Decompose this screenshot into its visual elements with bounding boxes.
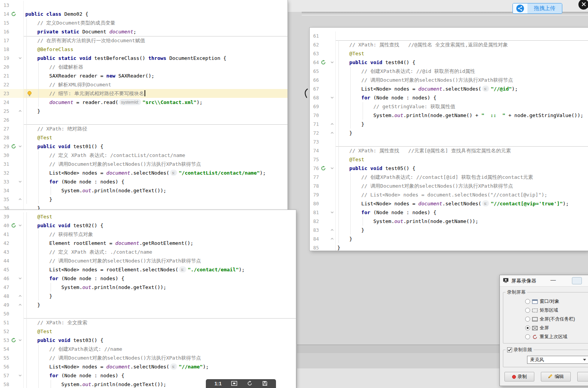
gutter[interactable]: 18 bbox=[0, 45, 24, 54]
code-text[interactable]: // 创建XPath表达式: //contact[@id] 获取包含id属性的c… bbox=[336, 173, 588, 182]
code-text[interactable]: List<Node> nodes = document.selectNodes(… bbox=[336, 84, 588, 93]
code-text[interactable]: List<Node> nodes = document.selectNodes(… bbox=[336, 199, 588, 208]
gutter[interactable]: 67 bbox=[310, 84, 336, 93]
code-text[interactable]: // XPath: 属性查找 //元素[@属性名] 查找具有指定属性名的元素 bbox=[336, 146, 588, 155]
gutter[interactable]: 33 bbox=[0, 177, 24, 186]
fold-marker-icon[interactable] bbox=[330, 211, 334, 214]
gutter[interactable]: 43 bbox=[0, 248, 24, 256]
gutter[interactable]: 81 bbox=[310, 208, 336, 217]
gutter[interactable]: 28 bbox=[0, 133, 24, 142]
code-text[interactable]: // 解析XML得到Document bbox=[24, 80, 287, 89]
fold-marker-icon[interactable] bbox=[18, 145, 22, 148]
gutter[interactable]: 64 bbox=[310, 58, 336, 67]
fold-marker-icon[interactable] bbox=[330, 96, 334, 99]
fold-marker-icon[interactable] bbox=[18, 56, 22, 60]
run-test-icon[interactable] bbox=[11, 223, 17, 228]
radio-fullscreen[interactable]: 全屏 bbox=[503, 324, 588, 332]
gutter[interactable]: 13 bbox=[0, 1, 24, 10]
gutter[interactable]: 20 bbox=[0, 63, 24, 71]
code-text[interactable]: @Test bbox=[336, 49, 588, 58]
code-text[interactable]: // 调用Document对象的selectNodes()方法执行XPath获得… bbox=[336, 76, 588, 84]
gutter[interactable]: 73 bbox=[310, 137, 336, 146]
gutter[interactable]: 66 bbox=[310, 76, 336, 84]
gutter[interactable]: 55 bbox=[0, 353, 24, 362]
fold-marker-icon[interactable] bbox=[18, 303, 22, 307]
code-text[interactable]: } bbox=[336, 120, 588, 129]
gutter[interactable]: 32 bbox=[0, 168, 24, 177]
fold-marker-icon[interactable] bbox=[18, 338, 22, 342]
gutter[interactable]: 74 bbox=[310, 146, 336, 155]
gutter[interactable]: 23 bbox=[0, 89, 24, 98]
save-icon[interactable] bbox=[262, 381, 268, 386]
maximize-button[interactable] bbox=[572, 277, 582, 284]
gutter[interactable]: 48 bbox=[0, 292, 24, 300]
fold-marker-icon[interactable] bbox=[330, 131, 334, 135]
gutter[interactable]: 26 bbox=[0, 116, 24, 124]
gutter[interactable]: 79 bbox=[310, 190, 336, 199]
code-text[interactable]: System.out.println(node.getName() + " ::… bbox=[336, 111, 588, 120]
fold-marker-icon[interactable] bbox=[330, 61, 334, 64]
gutter[interactable]: 82 bbox=[310, 217, 336, 226]
code-text[interactable]: @Test bbox=[24, 212, 296, 221]
code-text[interactable]: @BeforeClass bbox=[24, 45, 287, 54]
gutter[interactable]: 52 bbox=[0, 327, 24, 336]
gutter[interactable]: 34 bbox=[0, 186, 24, 195]
code-text[interactable]: } bbox=[24, 300, 296, 309]
code-text[interactable] bbox=[24, 1, 287, 10]
code-text[interactable]: // 调用Document对象的selectNodes()方法执行XPath获得… bbox=[24, 353, 296, 362]
gutter[interactable]: 56 bbox=[0, 362, 24, 371]
zoom-ratio-button[interactable]: 1:1 bbox=[214, 381, 222, 387]
code-text[interactable]: // 调用Document对象的selectNodes()方法执行XPath获得… bbox=[24, 256, 296, 265]
code-text[interactable]: } bbox=[336, 226, 588, 234]
fold-marker-icon[interactable] bbox=[330, 167, 334, 170]
fold-marker-icon[interactable] bbox=[18, 277, 22, 280]
gutter[interactable]: 68 bbox=[310, 93, 336, 102]
minimize-button[interactable]: — bbox=[549, 277, 557, 284]
gutter[interactable]: 41 bbox=[0, 230, 24, 239]
code-text[interactable]: // 调用Document对象的selectNodes()方法执行XPath获得… bbox=[336, 182, 588, 190]
close-button[interactable] bbox=[578, 0, 588, 10]
code-text[interactable]: for (Node node : nodes) { bbox=[24, 177, 287, 186]
gutter[interactable]: 63 bbox=[310, 49, 336, 58]
code-text[interactable]: // 在所有测试方法前执行一次给document赋值 bbox=[24, 36, 287, 45]
code-text[interactable]: // 创建XPath表达式: //@id 获取所有的id属性 bbox=[336, 67, 588, 76]
gutter[interactable]: 36 bbox=[0, 204, 24, 210]
fold-marker-icon[interactable] bbox=[18, 198, 22, 201]
gutter[interactable]: 83 bbox=[310, 226, 336, 234]
code-text[interactable]: // 调用Document对象的selectNodes()方法执行XPath获得… bbox=[24, 160, 287, 168]
code-text[interactable]: // List<Node> nodes = document.selectNod… bbox=[336, 190, 588, 199]
record-button[interactable]: 录制 bbox=[504, 372, 534, 381]
edit-button[interactable]: 编辑 bbox=[541, 372, 571, 381]
code-text[interactable]: // 定义Document类型的成员变量 bbox=[24, 18, 287, 27]
record-audio-checkbox[interactable]: 录制音频 bbox=[507, 347, 532, 353]
microphone-select[interactable]: 麦克风 bbox=[527, 356, 588, 364]
gutter[interactable]: 19 bbox=[0, 54, 24, 63]
fold-marker-icon[interactable] bbox=[18, 109, 22, 113]
gutter[interactable]: 76 bbox=[310, 164, 336, 173]
run-test-icon[interactable] bbox=[11, 338, 17, 343]
more-button[interactable] bbox=[577, 372, 588, 381]
fold-marker-icon[interactable] bbox=[18, 294, 22, 298]
code-text[interactable]: for (Node node : nodes) { bbox=[336, 208, 588, 217]
gutter[interactable]: 29 bbox=[0, 142, 24, 151]
code-text[interactable]: } bbox=[24, 107, 287, 116]
code-text[interactable]: } bbox=[24, 292, 296, 300]
gutter[interactable]: 69 bbox=[310, 102, 336, 111]
code-text[interactable]: System.out.println(node.getText()); bbox=[24, 283, 296, 292]
code-text[interactable]: @Test bbox=[24, 327, 296, 336]
rotate-icon[interactable] bbox=[247, 381, 253, 386]
fold-marker-icon[interactable] bbox=[18, 374, 22, 377]
gutter[interactable]: 50 bbox=[0, 309, 24, 318]
code-text[interactable]: // 创建XPath表达式: //name bbox=[24, 345, 296, 353]
code-text[interactable] bbox=[24, 309, 296, 318]
code-text[interactable]: Element rootElement = document.getRootEl… bbox=[24, 239, 296, 248]
gutter[interactable]: 39 bbox=[0, 212, 24, 221]
gutter[interactable]: 46 bbox=[0, 274, 24, 283]
gutter[interactable]: 14 bbox=[0, 10, 24, 18]
gutter[interactable]: 30 bbox=[0, 151, 24, 160]
gutter[interactable]: 49 bbox=[0, 300, 24, 309]
gutter[interactable]: 53 bbox=[0, 336, 24, 345]
code-text[interactable]: } bbox=[336, 243, 588, 251]
code-text[interactable]: public void test03() { bbox=[24, 336, 296, 345]
gutter[interactable]: 72 bbox=[310, 129, 336, 137]
